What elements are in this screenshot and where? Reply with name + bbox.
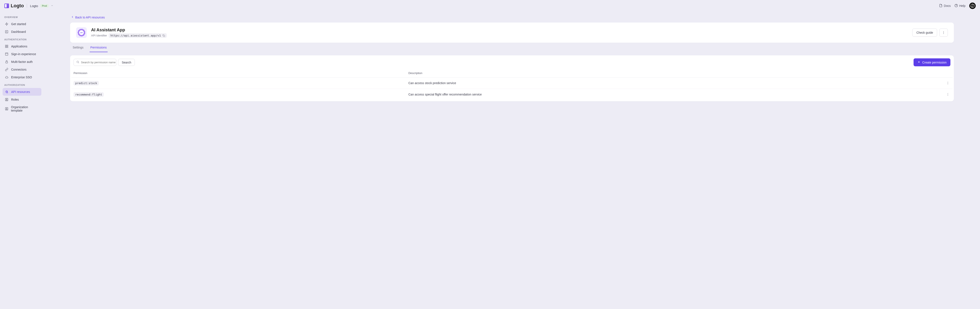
dots-vertical-icon <box>946 81 950 85</box>
copy-icon[interactable] <box>162 34 165 37</box>
svg-point-35 <box>948 83 948 83</box>
org-icon <box>5 107 8 111</box>
tabs: Settings Permissions <box>70 43 954 52</box>
tab-settings[interactable]: Settings <box>72 46 84 52</box>
resource-header-card: AI Assistant App API Identifier https://… <box>70 22 954 43</box>
more-actions-button[interactable] <box>939 29 948 37</box>
svg-rect-20 <box>6 62 8 63</box>
sidebar-item-get-started[interactable]: Get started <box>3 20 41 28</box>
brand-logo[interactable]: Logto <box>4 3 24 9</box>
chart-icon <box>5 30 9 34</box>
svg-rect-14 <box>5 45 6 46</box>
help-icon <box>955 4 958 8</box>
grid-icon <box>5 45 9 48</box>
help-link[interactable]: Help <box>955 4 966 8</box>
sidebar-item-label: Applications <box>11 45 27 48</box>
permission-name: predict:stock <box>73 81 99 85</box>
api-identifier-label: API Identifier <box>91 34 107 37</box>
svg-point-29 <box>943 33 944 34</box>
dots-vertical-icon <box>946 93 950 96</box>
search-icon <box>76 61 79 64</box>
topbar: Logto Logto Prod Docs <box>0 0 980 11</box>
logo-mark-icon <box>4 3 9 8</box>
svg-rect-21 <box>6 92 8 93</box>
file-icon <box>939 4 942 8</box>
svg-point-34 <box>948 82 948 82</box>
sidebar-item-applications[interactable]: Applications <box>3 43 41 50</box>
svg-rect-16 <box>5 46 6 48</box>
permission-description: Can access stock prediction service <box>406 77 943 89</box>
section-authentication: AUTHENTICATION <box>3 37 41 43</box>
permissions-card: Search Create permission Permission Desc… <box>70 55 954 101</box>
sidebar-item-connectors[interactable]: Connectors <box>3 66 41 74</box>
svg-point-38 <box>948 94 948 94</box>
svg-rect-18 <box>5 53 8 55</box>
layout-icon <box>5 52 9 56</box>
svg-point-25 <box>6 108 7 109</box>
env-badge: Prod <box>40 4 49 8</box>
main-content: Back to API resources AI Assistant App A… <box>44 11 980 309</box>
user-square-icon <box>5 98 9 101</box>
section-overview: OVERVIEW <box>3 14 41 20</box>
sidebar-item-dashboard[interactable]: Dashboard <box>3 28 41 35</box>
table-row: recommend:flight Can access special flig… <box>72 89 953 100</box>
section-authorization: AUTHORIZATION <box>3 82 41 88</box>
cloud-lock-icon <box>5 90 9 94</box>
svg-rect-26 <box>164 35 165 37</box>
api-url-text: https://api.aiassistant.app/v1 <box>110 34 161 37</box>
svg-point-30 <box>77 61 78 62</box>
sidebar-item-api-resources[interactable]: API resources <box>3 88 41 96</box>
sidebar-item-label: Roles <box>11 98 19 101</box>
sidebar-item-label: API resources <box>11 90 30 94</box>
app-title: AI Assistant App <box>91 27 167 32</box>
api-badge-icon <box>78 29 85 36</box>
search-button[interactable]: Search <box>118 59 135 66</box>
sidebar-item-label: Get started <box>11 22 26 26</box>
svg-line-8 <box>972 6 974 8</box>
search-input[interactable] <box>81 61 117 64</box>
help-label: Help <box>959 4 966 8</box>
divider <box>27 4 27 8</box>
row-more-button[interactable] <box>945 80 950 86</box>
table-row: predict:stock Can access stock predictio… <box>72 77 953 89</box>
sidebar-item-sign-in[interactable]: Sign-in experience <box>3 50 41 58</box>
bolt-icon <box>5 22 9 26</box>
chevron-left-icon <box>71 16 74 19</box>
chevron-down-icon <box>51 4 53 8</box>
permission-description: Can access special flight offer recommen… <box>406 89 943 100</box>
svg-line-5 <box>972 4 973 6</box>
api-url: https://api.aiassistant.app/v1 <box>109 33 167 38</box>
sidebar-item-label: Sign-in experience <box>11 52 36 56</box>
search-box[interactable] <box>73 59 116 66</box>
lock-icon <box>5 60 9 64</box>
sidebar-item-label: Dashboard <box>11 30 26 34</box>
sidebar-item-label: Enterprise SSO <box>11 75 32 79</box>
app-icon <box>76 27 87 38</box>
avatar[interactable] <box>969 3 976 9</box>
check-guide-button[interactable]: Check guide <box>912 29 937 37</box>
sidebar-item-label: Organization template <box>11 106 39 112</box>
svg-line-31 <box>78 62 79 63</box>
docs-label: Docs <box>944 4 951 8</box>
svg-point-39 <box>948 95 948 96</box>
back-link[interactable]: Back to API resources <box>70 14 105 22</box>
create-permission-button[interactable]: Create permission <box>913 58 950 66</box>
column-description: Description <box>406 69 943 77</box>
sidebar-item-enterprise-sso[interactable]: Enterprise SSO <box>3 74 41 81</box>
tenant-name: Logto <box>30 4 38 8</box>
tenant-switcher[interactable]: Logto Prod <box>30 4 53 8</box>
sidebar-item-org-template[interactable]: Organization template <box>3 103 41 114</box>
sidebar: OVERVIEW Get started Dashboard AUTHENTIC… <box>0 11 44 309</box>
svg-point-37 <box>948 93 948 94</box>
sidebar-item-mfa[interactable]: Multi-factor auth <box>3 58 41 66</box>
tab-permissions[interactable]: Permissions <box>90 46 108 52</box>
sidebar-item-label: Multi-factor auth <box>11 60 33 64</box>
docs-link[interactable]: Docs <box>939 4 951 8</box>
sidebar-item-roles[interactable]: Roles <box>3 96 41 103</box>
back-link-label: Back to API resources <box>75 16 105 19</box>
plus-icon <box>917 61 920 64</box>
svg-point-23 <box>6 99 7 100</box>
row-more-button[interactable] <box>945 92 950 97</box>
dots-vertical-icon <box>942 31 945 34</box>
permission-name: recommend:flight <box>73 92 104 97</box>
